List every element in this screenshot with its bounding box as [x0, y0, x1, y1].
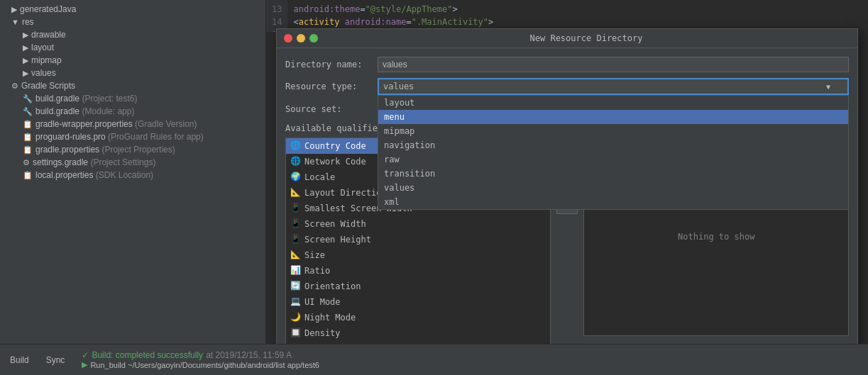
sidebar-item-label: proguard-rules.pro (ProGuard Rules for a…	[35, 132, 204, 142]
directory-name-input[interactable]	[378, 57, 849, 72]
gear-icon: ⚙	[11, 82, 18, 91]
folder-open-icon: ▼	[11, 18, 19, 26]
nothing-to-show-text: Nothing to show	[678, 232, 754, 242]
sidebar-item-label: drawable	[31, 30, 66, 40]
folder-icon: ▶	[23, 30, 28, 40]
dropdown-item-values[interactable]: values	[378, 181, 848, 195]
build-tab[interactable]: Build	[7, 354, 32, 366]
ratio-icon: 📊	[290, 265, 302, 276]
sidebar-item-label: build.gradle (Module: app)	[35, 106, 134, 116]
smallest-screen-width-icon: 📱	[290, 203, 302, 214]
sidebar-item-gradle-properties[interactable]: 📋 gradle.properties (Project Properties)	[0, 143, 265, 156]
qualifier-screen-width[interactable]: 📱 Screen Width	[286, 216, 550, 232]
folder-icon: ▶	[23, 43, 28, 52]
maximize-button[interactable]	[309, 34, 318, 43]
resource-type-row: Resource type: values ▼ layout menu mipm…	[285, 78, 849, 95]
sidebar-item-gradle-scripts[interactable]: ⚙ Gradle Scripts	[0, 79, 265, 92]
sidebar-item-res[interactable]: ▼ res	[0, 16, 265, 28]
status-message: ✓ Build: completed successfully at 2019/…	[82, 350, 319, 369]
folder-icon: ▶	[23, 69, 28, 78]
orientation-icon: 🔄	[290, 281, 302, 292]
sidebar-item-layout[interactable]: ▶ layout	[0, 41, 265, 54]
sidebar-item-values[interactable]: ▶ values	[0, 67, 265, 79]
qualifier-size[interactable]: 📐 Size	[286, 247, 550, 263]
sidebar-item-settings-gradle[interactable]: ⚙ settings.gradle (Project Settings)	[0, 156, 265, 169]
sidebar-item-label: local.properties (SDK Location)	[35, 170, 153, 180]
sidebar-item-label: mipmap	[31, 55, 62, 65]
dropdown-item-transition[interactable]: transition	[378, 167, 848, 181]
sidebar-item-drawable[interactable]: ▶ drawable	[0, 28, 265, 41]
sidebar-item-label: gradle.properties (Project Properties)	[35, 145, 175, 155]
gradle-icon: 🔧	[23, 107, 33, 116]
status-tabs: Build Sync	[7, 354, 67, 366]
sidebar-item-label: values	[31, 68, 56, 78]
network-code-icon: 🌐	[290, 156, 302, 167]
sidebar-item-label: generatedJava	[20, 4, 76, 14]
close-button[interactable]	[284, 34, 292, 43]
sidebar-item-generatedJava[interactable]: ▶ generatedJava	[0, 3, 265, 16]
properties-icon: 📋	[23, 145, 33, 155]
ui-mode-icon: 💻	[290, 296, 302, 308]
qualifier-ratio[interactable]: 📊 Ratio	[286, 263, 550, 279]
chevron-down-icon: ▼	[826, 83, 830, 91]
code-editor: 13 14 15 android:theme="@style/AppTheme"…	[266, 0, 868, 32]
sidebar-item-label: settings.gradle (Project Settings)	[33, 157, 155, 167]
main-content-area: 13 14 15 android:theme="@style/AppTheme"…	[266, 0, 868, 375]
resource-type-dropdown[interactable]: layout menu mipmap navigation raw transi…	[378, 95, 849, 210]
screen-width-icon: 📱	[290, 218, 302, 230]
sync-tab[interactable]: Sync	[43, 354, 68, 366]
minimize-button[interactable]	[297, 34, 305, 43]
folder-icon: ▶	[23, 56, 28, 65]
sidebar-item-label: build.gradle (Project: test6)	[35, 94, 137, 103]
sidebar-item-gradle-wrapper[interactable]: 📋 gradle-wrapper.properties (Gradle Vers…	[0, 118, 265, 130]
qualifier-orientation[interactable]: 🔄 Orientation	[286, 279, 550, 294]
new-resource-directory-dialog: New Resource Directory Directory name: R…	[276, 28, 858, 375]
sidebar-item-build-gradle-module[interactable]: 🔧 build.gradle (Module: app)	[0, 105, 265, 118]
sidebar-item-local-properties[interactable]: 📋 local.properties (SDK Location)	[0, 169, 265, 181]
layout-direction-icon: 📐	[290, 187, 302, 198]
run-status-message: ▶ Run_build ~/Users/gaoyin/Documents/git…	[82, 360, 319, 369]
resource-type-display[interactable]: values ▼	[378, 78, 849, 95]
dropdown-item-raw[interactable]: raw	[378, 152, 848, 167]
qualifier-ui-mode[interactable]: 💻 UI Mode	[286, 294, 550, 310]
dialog-body: Directory name: Resource type: values ▼	[277, 48, 857, 366]
sidebar-item-label: Gradle Scripts	[21, 81, 75, 91]
folder-icon: ▶	[11, 5, 17, 14]
sidebar-item-mipmap[interactable]: ▶ mipmap	[0, 54, 265, 67]
run-icon: ▶	[82, 360, 87, 369]
dropdown-item-layout[interactable]: layout	[378, 96, 848, 110]
sidebar-item-label: layout	[31, 43, 54, 52]
dropdown-item-menu[interactable]: menu	[378, 110, 848, 124]
size-icon: 📐	[290, 250, 302, 261]
directory-name-row: Directory name:	[285, 57, 849, 72]
project-sidebar: ▶ generatedJava ▼ res ▶ drawable ▶ layou…	[0, 0, 266, 375]
source-set-label: Source set:	[285, 104, 378, 114]
sidebar-item-build-gradle-project[interactable]: 🔧 build.gradle (Project: test6)	[0, 92, 265, 105]
properties-icon: 📋	[23, 133, 33, 142]
status-bar: Build Sync ✓ Build: completed successful…	[0, 344, 868, 375]
night-mode-icon: 🌙	[290, 312, 302, 323]
dialog-form: Directory name: Resource type: values ▼	[285, 57, 849, 357]
dialog-title: New Resource Directory	[322, 33, 850, 43]
gradle-icon: 🔧	[23, 94, 33, 103]
sidebar-item-proguard[interactable]: 📋 proguard-rules.pro (ProGuard Rules for…	[0, 130, 265, 143]
sidebar-item-label: res	[22, 17, 34, 27]
sidebar-item-label: gradle-wrapper.properties (Gradle Versio…	[35, 119, 197, 129]
dropdown-item-mipmap[interactable]: mipmap	[378, 124, 848, 138]
properties-icon: 📋	[23, 120, 33, 129]
country-code-icon: 🌐	[290, 140, 302, 152]
resource-type-select[interactable]: values ▼ layout menu mipmap navigation r…	[378, 78, 849, 95]
resource-type-label: Resource type:	[285, 82, 378, 91]
gear-icon: ⚙	[23, 158, 30, 167]
locale-icon: 🌍	[290, 172, 302, 183]
qualifier-screen-height[interactable]: 📱 Screen Height	[286, 232, 550, 247]
check-icon: ✓	[82, 350, 89, 360]
dropdown-item-navigation[interactable]: navigation	[378, 138, 848, 152]
properties-icon: 📋	[23, 171, 33, 180]
screen-height-icon: 📱	[290, 234, 302, 245]
code-text: android:theme="@style/AppTheme"> <activi…	[287, 0, 499, 32]
qualifier-density[interactable]: 🔲 Density	[286, 325, 550, 341]
qualifier-night-mode[interactable]: 🌙 Night Mode	[286, 310, 550, 325]
dropdown-item-xml[interactable]: xml	[378, 195, 848, 209]
build-success-message: ✓ Build: completed successfully at 2019/…	[82, 350, 319, 360]
